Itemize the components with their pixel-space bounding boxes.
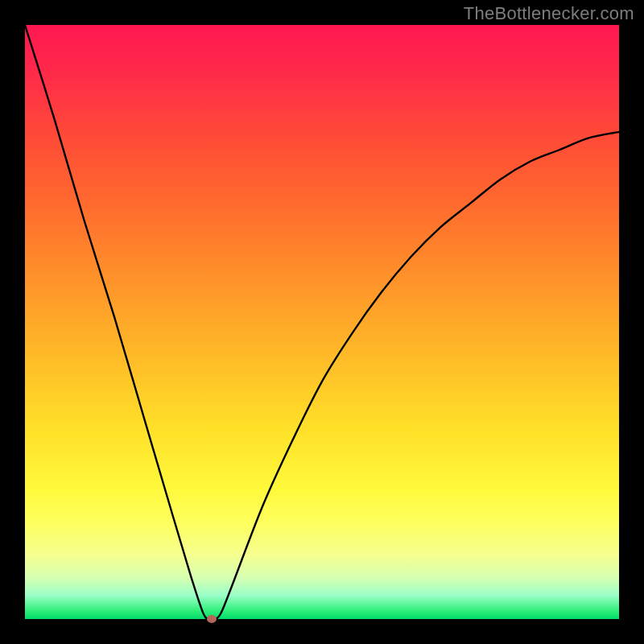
chart-marker-dot: [207, 615, 217, 623]
chart-curve-svg: [25, 25, 619, 619]
chart-plot-area: [25, 25, 619, 619]
chart-curve-path: [25, 25, 619, 619]
attribution-text: TheBottlenecker.com: [464, 3, 634, 24]
